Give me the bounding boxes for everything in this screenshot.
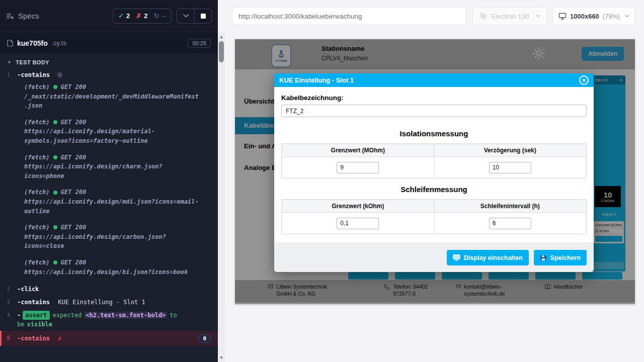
fail-cross-icon: ✗ (58, 335, 61, 342)
gear-icon (57, 72, 63, 78)
spec-timer: 00:25 (188, 39, 211, 48)
app-under-test: LITTWIN Stationsname CPLV4_Maschen Abmel… (235, 39, 635, 304)
chevron-down-icon: ▼ (7, 60, 12, 65)
status-dot-icon (53, 120, 57, 124)
floppy-disk-icon (540, 254, 547, 261)
assert-badge: assert (23, 311, 49, 320)
chevron-down-icon (536, 15, 540, 18)
column-header: Verzögerung (sek) (434, 144, 587, 157)
address-bar[interactable] (232, 7, 466, 25)
command-assert[interactable]: 4 -assertexpected<h2.text-sm.font-bold>t… (0, 309, 218, 331)
fetch-log[interactable]: (fetch)GET 200 https://api.iconify.desig… (0, 187, 218, 217)
isolation-delay-input[interactable] (489, 162, 531, 173)
chevron-down-icon (625, 15, 629, 18)
loop-interval-input[interactable] (489, 218, 531, 229)
check-icon: ✓ (118, 12, 124, 20)
command-contains-failed[interactable]: 5 -contains ✗ 0 (0, 331, 218, 346)
isolation-table: Grenzwert (MOhm) Verzögerung (sek) (281, 143, 587, 178)
specs-menu[interactable]: Specs (6, 12, 39, 20)
specs-list-icon (6, 12, 14, 20)
cable-name-input[interactable] (281, 105, 587, 117)
loop-section-title: Schleifenmessung (281, 185, 587, 194)
retry-count-badge: 0 (198, 334, 211, 343)
test-body-toggle[interactable]: ▼ TEST BODY (0, 54, 218, 68)
stat-pending: ↻-- (153, 12, 166, 20)
test-stats: ✓2 ✗2 ↻-- (113, 9, 172, 24)
display-on-button[interactable]: Display einschalten (447, 250, 529, 265)
browser-selector[interactable]: Electron 130 (472, 7, 547, 25)
command-contains-2[interactable]: 3 -contains KUE Einstellung - Slot 1 (0, 296, 218, 309)
fetch-log[interactable]: (fetch)GET 200 /_next/static/development… (0, 81, 218, 112)
fetch-log[interactable]: (fetch)GET 200 https://api.iconify.desig… (0, 222, 218, 252)
refresh-icon: ↻ (153, 12, 159, 20)
url-input[interactable] (232, 7, 466, 25)
column-header: Grenzwert (MOhm) (282, 144, 434, 157)
column-header: Schleifenintervall (h) (434, 200, 587, 213)
status-dot-icon (53, 85, 57, 89)
spec-file-icon (7, 40, 13, 47)
scroll-up-arrow[interactable]: ▲ (218, 33, 225, 40)
viewport-size: 1000x660 (570, 13, 599, 20)
stop-icon (201, 14, 206, 19)
fetch-log[interactable]: (fetch)GET 200 https://api.iconify.desig… (0, 152, 218, 182)
command-click[interactable]: 2 -click (0, 283, 218, 296)
cross-icon: ✗ (136, 12, 141, 20)
fetch-log[interactable]: (fetch)GET 200 https://api.iconify.desig… (0, 117, 218, 147)
isolation-limit-input[interactable] (337, 162, 379, 173)
spec-ext: .cy.ts (52, 39, 66, 47)
dialog-title: KUE Einstellung - Slot 1 (279, 76, 354, 84)
spec-file-row[interactable]: kue705fo .cy.ts 00:25 (0, 32, 218, 54)
column-header: Grenzwert (kOhm) (282, 200, 434, 213)
spec-name: kue705fo (17, 39, 48, 47)
status-dot-icon (53, 225, 57, 229)
scroll-down-arrow[interactable]: ▼ (218, 354, 225, 361)
monitor-icon (558, 13, 567, 20)
viewport-zoom: (79%) (603, 13, 620, 20)
scrollbar-thumb[interactable] (219, 41, 224, 62)
stat-passed: ✓2 (118, 12, 130, 20)
dialog-header: KUE Einstellung - Slot 1 × (274, 73, 594, 87)
assert-selector: <h2.text-sm.font-bold> (84, 312, 167, 319)
status-dot-icon (53, 260, 57, 264)
save-button[interactable]: Speichern (534, 250, 587, 265)
status-dot-icon (53, 155, 57, 159)
electron-icon (479, 12, 487, 20)
stat-failed: ✗2 (136, 12, 147, 20)
loop-table: Grenzwert (kOhm) Schleifenintervall (h) (281, 199, 587, 234)
reporter-scrollbar[interactable]: ▲ ▼ (218, 32, 225, 362)
runner-controls (177, 9, 212, 24)
runner-header: Specs ✓2 ✗2 ↻-- (0, 0, 218, 32)
cable-name-label: Kabelbezeichnung: (281, 94, 587, 102)
loop-limit-input[interactable] (337, 218, 379, 229)
browser-label: Electron 130 (491, 13, 529, 20)
specs-label: Specs (18, 12, 39, 20)
close-icon[interactable]: × (579, 75, 589, 85)
cypress-runner-panel: Specs ✓2 ✗2 ↻-- kue705fo .cy.ts 00:25 ▼ … (0, 0, 218, 362)
isolation-section-title: Isolationsmessung (281, 129, 587, 138)
stop-button[interactable] (194, 9, 211, 23)
status-dot-icon (53, 191, 57, 195)
monitor-icon (453, 254, 460, 261)
dialog-footer: Display einschalten Speichern (274, 243, 594, 272)
command-argument: KUE Einstellung - Slot 1 (58, 299, 145, 306)
fetch-log[interactable]: (fetch)GET 200 https://api.iconify.desig… (0, 257, 218, 278)
collapse-button[interactable] (177, 9, 194, 23)
kue-settings-dialog: KUE Einstellung - Slot 1 × Kabelbezeichn… (274, 73, 594, 272)
command-contains-1[interactable]: 1 -contains (0, 68, 218, 81)
viewport-selector[interactable]: 1000x660 (79%) (553, 7, 635, 25)
